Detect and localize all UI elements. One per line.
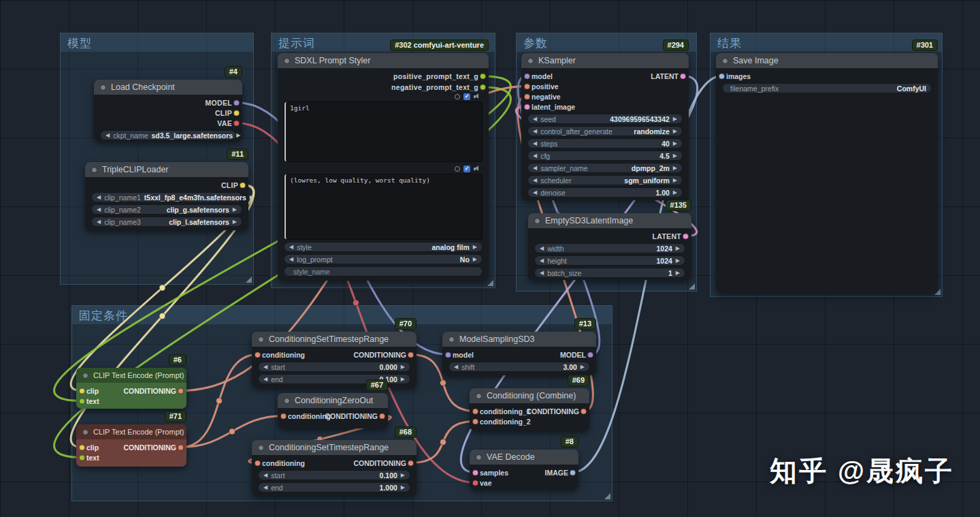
node-header[interactable]: Save Image [716, 53, 938, 68]
output-port-model[interactable] [233, 99, 240, 106]
node-header[interactable]: SDXL Prompt Styler [278, 53, 489, 68]
input-port-samples[interactable] [472, 469, 478, 475]
node-header[interactable]: TripleCLIPLoader [85, 162, 248, 177]
decrement-arrow-icon[interactable]: ◀ [533, 165, 537, 171]
increment-arrow-icon[interactable]: ▶ [676, 270, 680, 276]
input-port-negative[interactable] [524, 93, 530, 99]
increment-arrow-icon[interactable]: ▶ [673, 165, 677, 171]
output-port-latent[interactable] [680, 73, 686, 79]
widget-log-prompt[interactable]: ◀log_promptNo▶ [284, 254, 483, 264]
output-port-conditioning[interactable] [408, 351, 414, 358]
widget-clip-name1[interactable]: ◀clip_name1t5xxl_fp8_e4m3fn.safetensors▶ [91, 192, 242, 202]
output-port-conditioning[interactable] [178, 444, 184, 450]
node-load-checkpoint[interactable]: #4 Load Checkpoint MODEL CLIP VAE ◀ckpt_… [94, 80, 242, 141]
widget-style-name[interactable]: style_name [284, 266, 483, 277]
decrement-arrow-icon[interactable]: ◀ [263, 376, 267, 382]
input-port-latent-image[interactable] [524, 104, 530, 110]
group-title[interactable]: 模型 [61, 33, 253, 52]
node-vae-decode[interactable]: #8 VAE Decode samples IMAGE vae [470, 450, 578, 489]
speaker-icon[interactable] [474, 166, 480, 172]
widget-style[interactable]: ◀styleanalog film▶ [284, 242, 483, 252]
output-port-vae[interactable] [233, 120, 240, 126]
decrement-arrow-icon[interactable]: ◀ [289, 256, 293, 262]
increment-arrow-icon[interactable]: ▶ [673, 177, 677, 183]
input-port-images[interactable] [719, 73, 725, 79]
collapse-dot-icon[interactable] [527, 58, 534, 64]
increment-arrow-icon[interactable]: ▶ [676, 245, 680, 251]
output-port-model[interactable] [587, 351, 593, 358]
decrement-arrow-icon[interactable]: ◀ [289, 244, 293, 250]
widget-cfg[interactable]: ◀cfg4.5▶ [527, 151, 683, 161]
node-header[interactable]: KSampler [521, 53, 689, 68]
increment-arrow-icon[interactable]: ▶ [401, 484, 405, 490]
collapse-dot-icon[interactable] [476, 454, 482, 460]
node-header[interactable]: ConditioningSetTimestepRange [252, 332, 416, 347]
increment-arrow-icon[interactable]: ▶ [473, 244, 477, 250]
collapse-dot-icon[interactable] [722, 58, 728, 64]
increment-arrow-icon[interactable]: ▶ [676, 257, 680, 264]
input-port-conditioning-2[interactable] [472, 418, 478, 424]
widget-clip-name3[interactable]: ◀clip_name3clip_l.safetensors▶ [91, 217, 242, 227]
output-port-latent[interactable] [683, 233, 689, 239]
output-port-image[interactable] [570, 469, 576, 475]
widget-start[interactable]: ◀start0.000▶ [258, 362, 410, 372]
widget-sampler-name[interactable]: ◀sampler_namedpmpp_2m▶ [527, 163, 683, 173]
output-port-conditioning[interactable] [581, 408, 587, 414]
node-conditioning-combine[interactable]: #69 Conditioning (Combine) conditioning_… [470, 388, 589, 430]
node-header[interactable]: Load Checkpoint [94, 80, 242, 95]
widget-clip-name2[interactable]: ◀clip_name2clip_g.safetensors▶ [91, 204, 242, 215]
decrement-arrow-icon[interactable]: ◀ [540, 245, 544, 251]
increment-arrow-icon[interactable]: ▶ [401, 376, 405, 382]
node-conditioning-zero-out[interactable]: #67 ConditioningZeroOut conditioning CON… [278, 393, 388, 428]
node-cond-set-timestep-range-70[interactable]: #70 ConditioningSetTimestepRange conditi… [252, 332, 416, 388]
speaker-icon[interactable] [474, 93, 480, 99]
increment-arrow-icon[interactable]: ▶ [250, 194, 254, 200]
decrement-arrow-icon[interactable]: ◀ [533, 116, 537, 122]
increment-arrow-icon[interactable]: ▶ [673, 189, 677, 195]
increment-arrow-icon[interactable]: ▶ [673, 116, 677, 122]
input-port-conditioning[interactable] [280, 413, 287, 419]
node-clip-text-encode-positive[interactable]: #6 CLIP Text Encode (Prompt) clip CONDIT… [76, 368, 186, 409]
input-port-vae[interactable] [472, 480, 478, 486]
increment-arrow-icon[interactable]: ▶ [581, 364, 585, 370]
widget-denoise[interactable]: ◀denoise1.00▶ [527, 187, 683, 198]
widget-start[interactable]: ◀start0.100▶ [258, 470, 410, 480]
increment-arrow-icon[interactable]: ▶ [401, 364, 405, 370]
collapse-dot-icon[interactable] [258, 336, 264, 343]
decrement-arrow-icon[interactable]: ◀ [533, 140, 537, 146]
decrement-arrow-icon[interactable]: ◀ [97, 219, 101, 225]
collapse-dot-icon[interactable] [91, 167, 97, 173]
widget-shift[interactable]: ◀shift3.00▶ [448, 362, 590, 372]
widget-width[interactable]: ◀width1024▶ [534, 243, 685, 253]
decrement-arrow-icon[interactable]: ◀ [533, 153, 537, 159]
node-header[interactable]: CLIP Text Encode (Prompt) [76, 368, 186, 383]
output-port-positive-text[interactable] [480, 74, 486, 80]
widget-height[interactable]: ◀height1024▶ [534, 255, 685, 266]
decrement-arrow-icon[interactable]: ◀ [533, 128, 537, 134]
decrement-arrow-icon[interactable]: ◀ [263, 484, 267, 490]
collapse-dot-icon[interactable] [476, 393, 482, 399]
widget-seed[interactable]: ◀seed430969596543342▶ [527, 114, 683, 124]
increment-arrow-icon[interactable]: ▶ [673, 128, 677, 134]
input-port-model[interactable] [524, 73, 530, 79]
increment-arrow-icon[interactable]: ▶ [233, 219, 237, 225]
node-cond-set-timestep-range-68[interactable]: #68 ConditioningSetTimestepRange conditi… [252, 440, 416, 496]
node-save-image[interactable]: #301 Save Image images filename_prefixCo… [716, 53, 938, 293]
decrement-arrow-icon[interactable]: ◀ [263, 472, 267, 478]
widget-filename-prefix[interactable]: filename_prefixComfyUI [722, 83, 932, 93]
radio-icon[interactable] [455, 166, 460, 172]
widget-end[interactable]: ◀end1.000▶ [258, 482, 410, 492]
increment-arrow-icon[interactable]: ▶ [401, 472, 405, 478]
collapse-dot-icon[interactable] [100, 84, 106, 91]
output-port-negative-text[interactable] [480, 84, 486, 91]
decrement-arrow-icon[interactable]: ◀ [97, 206, 101, 213]
widget-steps[interactable]: ◀steps40▶ [527, 138, 683, 148]
radio-icon[interactable] [455, 94, 460, 99]
input-port-model[interactable] [445, 351, 451, 358]
checkbox-checked-icon[interactable]: ✓ [463, 93, 470, 100]
group-title[interactable]: 结果 [710, 33, 942, 52]
node-header[interactable]: Conditioning (Combine) [470, 388, 589, 403]
node-graph-canvas[interactable]: 模型 提示词 参数 结果 固定条件 #4 Load Checkpoint MOD… [0, 0, 980, 517]
node-header[interactable]: ConditioningZeroOut [278, 393, 388, 408]
input-port-conditioning[interactable] [255, 460, 261, 466]
